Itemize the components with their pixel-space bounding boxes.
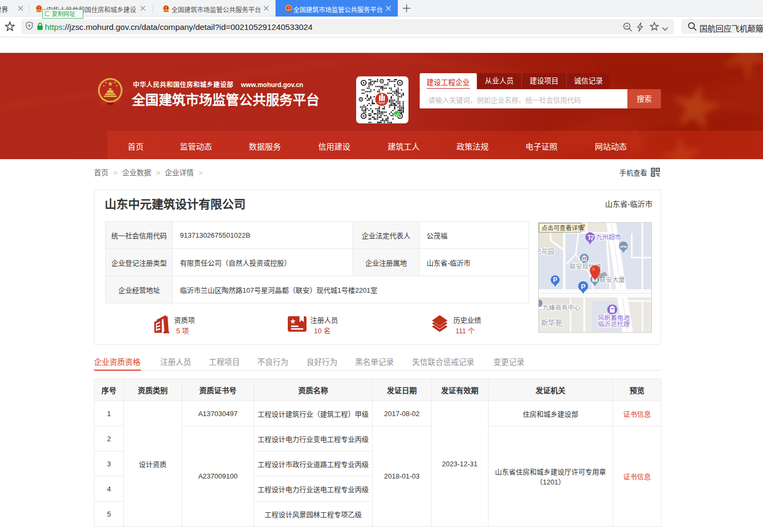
svg-text:P: P [581, 283, 586, 291]
svg-text:新华苑: 新华苑 [541, 319, 562, 327]
svg-text:九州超市: 九州超市 [596, 233, 622, 241]
svg-text:点击可查看详情: 点击可查看详情 [541, 224, 584, 231]
svg-text:联安大厦: 联安大厦 [600, 276, 625, 284]
svg-text:ATM: ATM [620, 245, 626, 248]
svg-text:九峰商务中心: 九峰商务中心 [542, 304, 580, 311]
svg-text:P: P [553, 276, 557, 284]
svg-text:临沂总代理: 临沂总代理 [598, 320, 630, 328]
svg-text:己花园: 己花园 [538, 248, 554, 255]
